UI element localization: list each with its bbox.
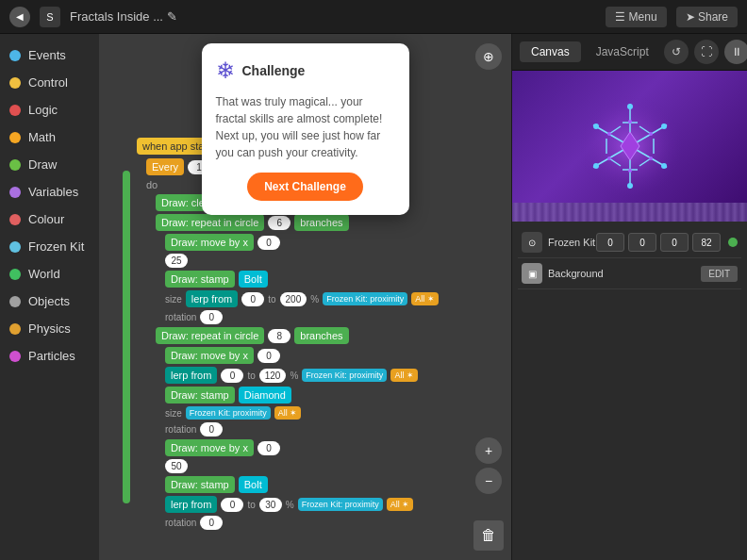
- lerp-from-2-val[interactable]: 0: [221, 369, 243, 383]
- zoom-out-button[interactable]: −: [475, 468, 502, 494]
- colour-dot: [9, 214, 21, 225]
- gps-button[interactable]: ⊕: [475, 43, 502, 70]
- bolt-1-block[interactable]: Bolt: [239, 271, 268, 288]
- rotation-3-val[interactable]: 0: [200, 516, 223, 530]
- rotation-2-val[interactable]: 0: [200, 422, 223, 436]
- svg-point-13: [627, 104, 633, 109]
- vertical-block-bar: [123, 171, 130, 503]
- lerp-2-block[interactable]: lerp from: [165, 367, 217, 384]
- panel-icon-buttons: ↺ ⛶ ⏸: [664, 40, 747, 64]
- repeat-circle-2-block[interactable]: Draw: repeat in circle: [156, 327, 264, 344]
- sidebar-item-variables[interactable]: Variables: [0, 178, 99, 206]
- background-name: Background: [548, 268, 701, 279]
- frozen-kit-y[interactable]: [628, 233, 656, 252]
- bolt-2-block[interactable]: Bolt: [239, 476, 268, 493]
- math-dot: [9, 132, 21, 143]
- tab-javascript[interactable]: JavaScript: [585, 41, 660, 62]
- events-label: Events: [28, 48, 66, 62]
- frozen-kit-w[interactable]: [692, 233, 721, 252]
- delete-button[interactable]: 🗑: [473, 520, 504, 551]
- share-button[interactable]: ➤ Share: [676, 7, 738, 27]
- sidebar-item-particles[interactable]: Particles: [0, 342, 99, 370]
- pct-3-label: %: [286, 500, 294, 510]
- delete-area: 🗑: [473, 520, 504, 551]
- diamond-block[interactable]: Diamond: [239, 387, 291, 404]
- move-x-1-val[interactable]: 0: [257, 236, 280, 250]
- workspace[interactable]: ❄ Challenge That was truly magical... yo…: [99, 34, 511, 560]
- branches-6-value[interactable]: 6: [268, 216, 290, 230]
- sidebar-item-control[interactable]: Control: [0, 69, 99, 96]
- all-3-block[interactable]: All ✶: [274, 406, 302, 420]
- lerp-1-block[interactable]: lerp from: [186, 290, 238, 307]
- next-challenge-button[interactable]: Next Challenge: [247, 173, 363, 201]
- frozen-kit-z[interactable]: [660, 233, 689, 252]
- tab-canvas[interactable]: Canvas: [520, 41, 581, 62]
- objects-label: Objects: [28, 294, 70, 308]
- branches-8-value[interactable]: 8: [268, 329, 290, 343]
- snowflake-icon: ❄: [216, 58, 235, 84]
- world-dot: [9, 269, 21, 280]
- zoom-in-button[interactable]: +: [475, 437, 502, 464]
- frozen-proximity-4-block[interactable]: Frozen Kit: proximity: [298, 498, 383, 511]
- sidebar-item-colour[interactable]: Colour: [0, 206, 99, 233]
- to-2-label: to: [247, 371, 255, 381]
- frozen-kit-status-dot: [728, 238, 738, 247]
- move-x-3-block[interactable]: Draw: move by x: [165, 439, 254, 456]
- sidebar-item-math[interactable]: Math: [0, 124, 99, 151]
- background-edit-button[interactable]: EDIT: [701, 266, 738, 282]
- branches-6-label: branches: [294, 214, 348, 231]
- every-block[interactable]: Every: [146, 158, 184, 175]
- sidebar-item-world[interactable]: World: [0, 260, 99, 288]
- val-50[interactable]: 50: [165, 459, 188, 473]
- move-x-1-block[interactable]: Draw: move by x: [165, 234, 254, 251]
- rotation-1-val[interactable]: 0: [200, 310, 223, 324]
- stamp-2-block[interactable]: Draw: stamp: [165, 387, 235, 404]
- main-area: Events Control Logic Math Draw Variables…: [0, 34, 747, 560]
- challenge-text: That was truly magical... your fractal s…: [216, 93, 395, 161]
- lerp-3-block[interactable]: lerp from: [165, 496, 217, 513]
- frozen-proximity-2-block[interactable]: Frozen Kit: proximity: [302, 369, 387, 382]
- sidebar-item-objects[interactable]: Objects: [0, 288, 99, 315]
- reset-button[interactable]: ↺: [664, 40, 689, 64]
- lerp-from-3-val[interactable]: 0: [221, 498, 243, 512]
- sidebar-item-physics[interactable]: Physics: [0, 315, 99, 342]
- svg-point-21: [649, 156, 653, 160]
- svg-point-17: [593, 163, 599, 169]
- rotation-3-label: rotation: [165, 518, 196, 528]
- fullscreen-button[interactable]: ⛶: [694, 40, 719, 64]
- lerp-to-30-val[interactable]: 30: [259, 498, 282, 512]
- val-25[interactable]: 25: [165, 254, 188, 268]
- move-x-2-val[interactable]: 0: [257, 349, 280, 363]
- lerp-from-1-val[interactable]: 0: [241, 292, 264, 306]
- move-x-3-val[interactable]: 0: [257, 441, 280, 455]
- sidebar-item-logic[interactable]: Logic: [0, 96, 99, 124]
- topbar: ◀ S Fractals Inside ... ✎ ☰ Menu ➤ Share: [0, 0, 747, 34]
- repeat-circle-1-block[interactable]: Draw: repeat in circle: [156, 214, 264, 231]
- stamp-1-block[interactable]: Draw: stamp: [165, 271, 235, 288]
- background-icon: ▣: [522, 263, 542, 284]
- all-2-block[interactable]: All ✶: [390, 369, 418, 382]
- app-icon: S: [40, 7, 60, 27]
- sidebar-item-events[interactable]: Events: [0, 41, 99, 69]
- frozen-kit-label: Frozen Kit: [28, 239, 84, 254]
- menu-button[interactable]: ☰ Menu: [606, 7, 666, 27]
- back-button[interactable]: ◀: [9, 7, 30, 27]
- frozen-proximity-3-block[interactable]: Frozen Kit: proximity: [186, 406, 271, 420]
- stamp-3-block[interactable]: Draw: stamp: [165, 476, 235, 493]
- fractal-svg: [573, 90, 687, 203]
- all-4-block[interactable]: All ✶: [387, 498, 414, 511]
- all-1-block[interactable]: All ✶: [411, 292, 439, 305]
- pause-button[interactable]: ⏸: [724, 40, 747, 64]
- lerp-to-120-val[interactable]: 120: [259, 369, 287, 383]
- frozen-proximity-1-block[interactable]: Frozen Kit: proximity: [323, 292, 407, 305]
- lerp-to-200-val[interactable]: 200: [280, 292, 307, 306]
- physics-dot: [9, 323, 21, 335]
- sidebar-item-frozen-kit[interactable]: Frozen Kit: [0, 233, 99, 260]
- sidebar-item-draw[interactable]: Draw: [0, 151, 99, 178]
- size-label-1: size: [165, 294, 182, 305]
- zoom-controls: + −: [475, 437, 502, 494]
- challenge-popup: ❄ Challenge That was truly magical... yo…: [202, 43, 409, 215]
- frozen-kit-x[interactable]: [596, 233, 624, 252]
- sidebar: Events Control Logic Math Draw Variables…: [0, 34, 99, 560]
- move-x-2-block[interactable]: Draw: move by x: [165, 347, 254, 364]
